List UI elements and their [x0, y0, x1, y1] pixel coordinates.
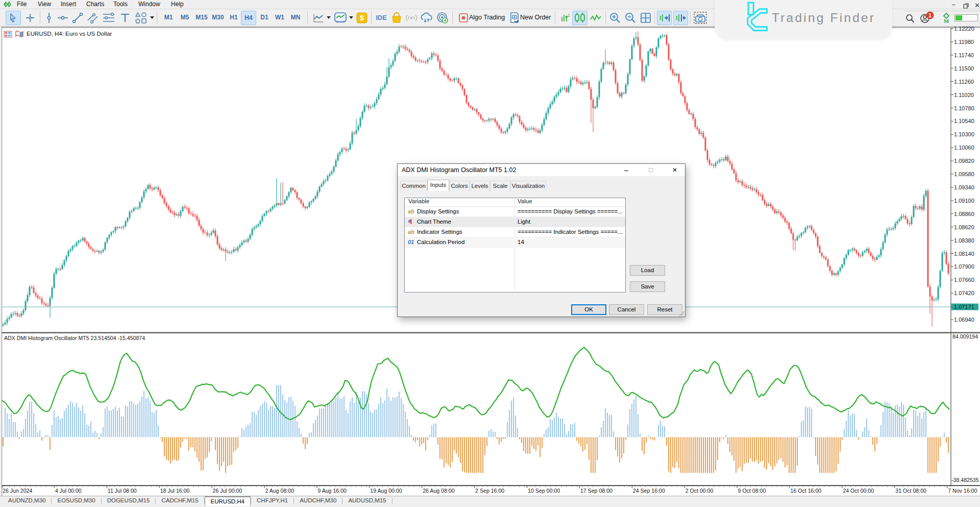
svg-text:9 Oct 08:00: 9 Oct 08:00	[738, 488, 766, 494]
svg-text:24 Sep 16:00: 24 Sep 16:00	[633, 488, 665, 494]
svg-text:1.12220: 1.12220	[954, 27, 974, 32]
svg-text:16 Oct 16:00: 16 Oct 16:00	[791, 488, 822, 494]
svg-text:2 Oct 00:00: 2 Oct 00:00	[685, 488, 714, 494]
svg-text:EURUSD, H4: Euro vs US Dollar: EURUSD, H4: Euro vs US Dollar	[27, 31, 112, 37]
svg-text:7 Nov 16:00: 7 Nov 16:00	[948, 488, 977, 494]
svg-text:11 Jul 08:00: 11 Jul 08:00	[108, 488, 137, 494]
svg-text:31 Oct 08:00: 31 Oct 08:00	[895, 488, 926, 494]
svg-text:-38.482535: -38.482535	[951, 477, 979, 483]
svg-text:M: M	[944, 18, 949, 24]
svg-text:18 Jul 16:00: 18 Jul 16:00	[160, 488, 190, 494]
svg-text:1.09580: 1.09580	[954, 171, 974, 177]
svg-text:9 Aug 16:00: 9 Aug 16:00	[317, 488, 347, 494]
svg-text:1.10780: 1.10780	[954, 105, 974, 111]
svg-text:ADX DMI Histogram Oscillator M: ADX DMI Histogram Oscillator MT5 23.5145…	[4, 335, 145, 341]
svg-text:1: 1	[568, 13, 570, 18]
svg-text:1.10540: 1.10540	[954, 118, 974, 124]
svg-text:26 Jun 2024: 26 Jun 2024	[3, 488, 32, 494]
svg-text:19 Aug 00:00: 19 Aug 00:00	[370, 488, 402, 494]
svg-text:1.07660: 1.07660	[954, 277, 974, 283]
svg-text:1.06940: 1.06940	[954, 317, 974, 323]
svg-text:1.07420: 1.07420	[954, 290, 974, 296]
svg-text:1: 1	[928, 12, 932, 18]
svg-text:1.08620: 1.08620	[954, 224, 974, 230]
svg-text:1.10300: 1.10300	[954, 131, 974, 137]
svg-text:$: $	[360, 14, 364, 22]
svg-text:1.08140: 1.08140	[954, 251, 974, 257]
svg-text:1.11020: 1.11020	[954, 92, 974, 98]
svg-text:2 Sep 16:00: 2 Sep 16:00	[475, 488, 504, 494]
svg-text:1.09100: 1.09100	[954, 198, 974, 204]
svg-text:1.07900: 1.07900	[954, 263, 974, 270]
svg-text:1.09820: 1.09820	[954, 158, 974, 164]
svg-text:26 Aug 08:00: 26 Aug 08:00	[423, 488, 455, 494]
svg-text:1.08380: 1.08380	[954, 237, 974, 244]
svg-text:1.11980: 1.11980	[954, 39, 974, 45]
svg-text:24 Oct 00:00: 24 Oct 00:00	[843, 488, 874, 494]
svg-text:1.08860: 1.08860	[954, 211, 974, 217]
svg-text:1.11260: 1.11260	[954, 79, 974, 85]
svg-text:84.009194: 84.009194	[952, 333, 978, 340]
svg-text:1.10060: 1.10060	[954, 144, 974, 151]
svg-text:1.11500: 1.11500	[954, 65, 974, 71]
svg-text:1.11740: 1.11740	[954, 52, 974, 58]
svg-text:17 Sep 08:00: 17 Sep 08:00	[580, 488, 612, 494]
svg-text:1.07171: 1.07171	[954, 304, 974, 310]
svg-text:4 Jul 00:00: 4 Jul 00:00	[55, 488, 82, 494]
svg-text:26 Jul 00:00: 26 Jul 00:00	[213, 488, 242, 494]
svg-text:10 Sep 00:00: 10 Sep 00:00	[528, 488, 560, 494]
svg-text:1.09340: 1.09340	[954, 184, 974, 190]
svg-text:2 Aug 08:00: 2 Aug 08:00	[265, 488, 295, 494]
